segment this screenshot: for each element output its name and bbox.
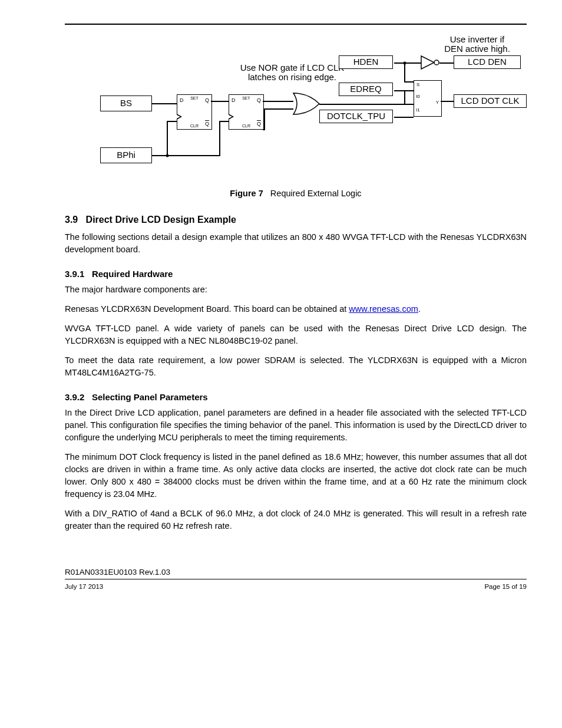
footer: July 17 2013 Page 15 of 19 xyxy=(65,579,527,590)
external-logic-diagram: Use inverter if DEN active high. Use NOR… xyxy=(65,35,527,171)
section-3-9-1-heading: 3.9.1 Required Hardware xyxy=(65,269,527,279)
svg-point-0 xyxy=(434,60,439,65)
inverter-icon xyxy=(419,54,440,71)
inverter-note2: DEN active high. xyxy=(430,44,524,54)
flipflop-1: D SET Q CLR Q xyxy=(177,94,212,130)
section-3-9-2-p3: With a DIV_RATIO of 4and a BCLK of 96.0 … xyxy=(65,508,527,532)
footer-date: July 17 2013 xyxy=(65,583,103,590)
section-3-9-heading: 3.9 Direct Drive LCD Design Example xyxy=(65,215,527,225)
section-3-9-2-heading: 3.9.2 Selecting Panel Parameters xyxy=(65,392,527,402)
signal-dotclk-tpu: DOTCLK_TPU xyxy=(319,110,393,123)
section-3-9-1-li2: WVGA TFT-LCD panel. A wide variety of pa… xyxy=(65,322,527,347)
signal-bphi: BPhi xyxy=(100,147,152,163)
signal-hden: HDEN xyxy=(339,55,393,69)
nor-note2: latches on rising edge. xyxy=(233,72,351,83)
section-3-9-1-li3: To meet the data rate requirement, a low… xyxy=(65,354,527,379)
section-3-9-1-p1: The major hardware components are: xyxy=(65,284,527,296)
signal-lcd-den: LCD DEN xyxy=(454,55,521,69)
figure-caption: Figure 7 Required External Logic xyxy=(65,189,527,198)
footer-note: R01AN0331EU0103 Rev.1.03 xyxy=(65,568,527,577)
renesas-link[interactable]: www.renesas.com xyxy=(349,304,418,314)
section-3-9-2-p1: In the Direct Drive LCD application, pan… xyxy=(65,407,527,444)
signal-bs: BS xyxy=(100,95,152,111)
flipflop-2: D SET Q CLR Q xyxy=(229,94,264,130)
section-3-9-p1: The following sections detail a design e… xyxy=(65,231,527,256)
signal-edreq: EDREQ xyxy=(339,83,393,96)
signal-lcd-dotclk: LCD DOT CLK xyxy=(454,94,527,108)
multiplexer: S I0 I1 Y xyxy=(414,80,442,117)
footer-page: Page 15 of 19 xyxy=(484,583,527,590)
section-3-9-2-p2: The minimum DOT Clock frequency is liste… xyxy=(65,451,527,500)
section-3-9-1-li1: Renesas YLCDRX63N Development Board. Thi… xyxy=(65,303,527,315)
